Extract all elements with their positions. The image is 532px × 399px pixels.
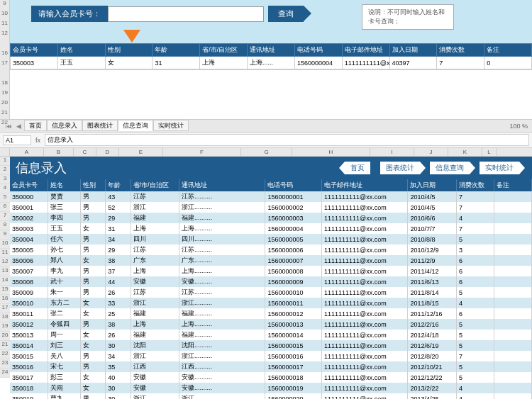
table-row[interactable]: 350000贾贾男43江苏江苏..........156000000111111… <box>10 191 532 202</box>
data-cell[interactable]: 上海.......... <box>179 223 265 234</box>
data-cell[interactable]: 350012 <box>10 319 48 330</box>
data-cell[interactable]: 关雨 <box>48 383 80 393</box>
table-row[interactable]: 350006郑八女38广东广东..........156000000711111… <box>10 255 532 266</box>
table-row[interactable]: 350010东方二女33浙江浙江..........15600000111111… <box>10 298 532 308</box>
data-cell[interactable]: 33 <box>106 298 131 308</box>
data-cell[interactable]: 江苏 <box>131 191 179 202</box>
data-cell[interactable]: 2012/10/21 <box>408 361 456 372</box>
data-cell[interactable]: 4 <box>456 213 494 223</box>
data-cell[interactable]: 3 <box>456 245 494 255</box>
result-cell[interactable]: 女 <box>105 57 153 69</box>
data-cell[interactable]: 29 <box>106 245 131 255</box>
tab-nav-prev[interactable]: ◀ <box>15 123 23 130</box>
data-cell[interactable]: 广东.......... <box>179 255 265 266</box>
table-row[interactable]: 350008武十男44安徽安徽..........156000000911111… <box>10 276 532 287</box>
col-header[interactable]: J <box>414 148 448 156</box>
data-cell[interactable]: 福建.......... <box>179 213 265 223</box>
data-cell[interactable]: 2011/8/15 <box>408 298 456 308</box>
data-cell[interactable]: 男 <box>80 245 105 255</box>
table-row[interactable]: 350014刘三女30沈阳沈阳..........156000001511111… <box>10 340 532 351</box>
data-cell[interactable]: 男 <box>80 319 105 330</box>
data-cell[interactable]: 女 <box>80 223 105 234</box>
data-cell[interactable]: 沈阳 <box>131 340 179 351</box>
data-cell[interactable]: 7 <box>456 223 494 234</box>
data-cell[interactable]: 1560000017 <box>265 361 322 372</box>
data-cell[interactable]: 宋七 <box>48 361 80 372</box>
data-cell[interactable]: 女 <box>80 298 105 308</box>
data-cell[interactable] <box>494 319 531 330</box>
data-cell[interactable]: 福建.......... <box>179 308 265 319</box>
data-cell[interactable]: 男 <box>80 276 105 287</box>
data-cell[interactable]: 四川.......... <box>179 234 265 245</box>
data-cell[interactable]: 男 <box>80 234 105 245</box>
col-header[interactable]: G <box>241 148 292 156</box>
data-cell[interactable]: 1111111111@xx.com <box>321 202 407 213</box>
data-cell[interactable]: 5 <box>456 340 494 351</box>
result-cell[interactable]: 1560000004 <box>294 57 342 69</box>
data-cell[interactable] <box>494 213 531 223</box>
data-cell[interactable]: 44 <box>106 276 131 287</box>
nav-realtime-button[interactable]: 实时统计 <box>480 162 519 174</box>
result-cell[interactable]: 王五 <box>57 57 105 69</box>
data-cell[interactable]: 7 <box>456 191 494 202</box>
data-cell[interactable]: 1111111111@xx.com <box>321 191 407 202</box>
data-cell[interactable]: 1560000007 <box>265 255 322 266</box>
table-row[interactable]: 350012令狐四男38上海上海..........15600000131111… <box>10 319 532 330</box>
data-cell[interactable]: 安徽.......... <box>179 372 265 383</box>
table-row[interactable]: 350001张三男52浙江浙江..........156000000211111… <box>10 202 532 213</box>
data-cell[interactable]: 2010/6/6 <box>408 213 456 223</box>
table-row[interactable]: 350016宋七男35江西江西..........156000001711111… <box>10 361 532 372</box>
data-cell[interactable]: 38 <box>106 319 131 330</box>
col-header[interactable]: D <box>96 148 119 156</box>
data-cell[interactable] <box>494 234 531 245</box>
data-cell[interactable] <box>494 245 531 255</box>
data-cell[interactable]: 安徽 <box>131 372 179 383</box>
data-cell[interactable]: 贾贾 <box>48 191 80 202</box>
data-cell[interactable]: 男 <box>80 202 105 213</box>
table-row[interactable]: 350009朱一男26江苏江苏..........156000001011111… <box>10 287 532 298</box>
data-cell[interactable]: 26 <box>106 287 131 298</box>
data-cell[interactable]: 1111111111@xx.com <box>321 234 407 245</box>
cell-reference[interactable]: A1 <box>3 135 31 145</box>
data-cell[interactable]: 2012/8/20 <box>408 351 456 361</box>
table-row[interactable]: 350003王五女31上海上海..........156000000411111… <box>10 223 532 234</box>
data-cell[interactable]: 江苏.......... <box>179 287 265 298</box>
data-cell[interactable]: 1111111111@xx.com <box>321 330 407 340</box>
data-cell[interactable]: 43 <box>106 191 131 202</box>
data-cell[interactable]: 2013/2/22 <box>408 383 456 393</box>
result-cell[interactable]: 7 <box>437 57 484 69</box>
result-cell[interactable]: 上海...... <box>248 57 295 69</box>
data-cell[interactable]: 1560000016 <box>265 351 322 361</box>
result-cell[interactable]: 40397 <box>389 57 437 69</box>
result-cell[interactable]: 31 <box>153 57 200 69</box>
data-cell[interactable]: 2010/7/7 <box>408 223 456 234</box>
data-cell[interactable]: 350011 <box>10 308 48 319</box>
table-row[interactable]: 350011张二女25福建福建..........156000001211111… <box>10 308 532 319</box>
data-cell[interactable]: 男 <box>80 266 105 276</box>
data-cell[interactable]: 曹九 <box>48 393 80 399</box>
data-cell[interactable]: 安徽.......... <box>179 383 265 393</box>
data-cell[interactable]: 江苏 <box>131 245 179 255</box>
data-cell[interactable]: 1111111111@xx.com <box>321 213 407 223</box>
data-cell[interactable]: 6 <box>456 308 494 319</box>
data-cell[interactable]: 350002 <box>10 213 48 223</box>
data-cell[interactable] <box>494 351 531 361</box>
table-row[interactable]: 350013周一女26福建福建..........156000001411111… <box>10 330 532 340</box>
data-cell[interactable]: 江苏 <box>131 287 179 298</box>
col-header[interactable]: K <box>448 148 482 156</box>
data-cell[interactable]: 1560000015 <box>265 340 322 351</box>
data-cell[interactable] <box>494 393 531 399</box>
data-cell[interactable]: 任六 <box>48 234 80 245</box>
data-cell[interactable] <box>494 266 531 276</box>
data-cell[interactable]: 福建.......... <box>179 330 265 340</box>
data-cell[interactable]: 四川 <box>131 234 179 245</box>
table-row[interactable]: 350015吴八男34浙江浙江..........156000001611111… <box>10 351 532 361</box>
data-cell[interactable]: 5 <box>456 287 494 298</box>
data-cell[interactable]: 350008 <box>10 276 48 287</box>
data-cell[interactable]: 1111111111@xx.com <box>321 287 407 298</box>
data-cell[interactable]: 350010 <box>10 298 48 308</box>
data-cell[interactable]: 34 <box>106 234 131 245</box>
data-cell[interactable]: 30 <box>106 340 131 351</box>
data-cell[interactable] <box>494 191 531 202</box>
table-row[interactable]: 350002李四男29福建福建..........156000000311111… <box>10 213 532 223</box>
